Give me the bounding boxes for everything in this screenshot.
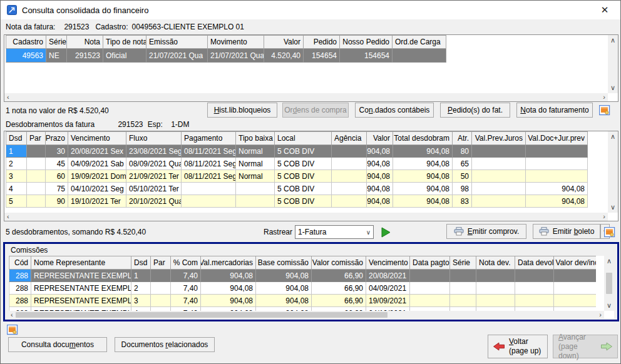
emitir-comprov-button[interactable]: Emitir comprov. bbox=[446, 224, 526, 239]
scroll-down-icon[interactable]: ∨ bbox=[610, 204, 615, 211]
comissoes-vertical-scrollbar[interactable]: ∧ ∨ bbox=[604, 256, 614, 311]
table-row[interactable]: 47504/10/2021 Seg05/10/2021 Ter5 COB DIV… bbox=[6, 183, 588, 195]
column-header[interactable]: Valor bbox=[264, 35, 304, 49]
pedidos-do-fat-button[interactable]: Pedido(s) do fat. bbox=[440, 103, 510, 118]
column-header[interactable]: Pedido bbox=[304, 35, 340, 49]
column-header[interactable]: Atr. bbox=[453, 131, 472, 145]
cell bbox=[151, 282, 171, 295]
column-header[interactable]: Nota dev. bbox=[476, 256, 515, 270]
scroll-right-icon[interactable]: › bbox=[599, 311, 602, 318]
cell bbox=[332, 195, 367, 208]
column-header[interactable]: Cadastro bbox=[6, 35, 46, 49]
column-header[interactable]: Vencimento bbox=[366, 256, 410, 270]
scroll-down-icon[interactable]: ∨ bbox=[607, 302, 612, 309]
table-row[interactable]: 288REPRESENTANTE EXEMPLO 0117,40904,0890… bbox=[9, 270, 596, 282]
cell bbox=[450, 295, 476, 307]
column-header[interactable]: Prazo bbox=[46, 131, 68, 145]
column-header[interactable]: Val.mercadorias bbox=[201, 256, 256, 270]
close-button[interactable]: ✕ bbox=[598, 3, 612, 17]
column-header[interactable]: Par bbox=[27, 131, 46, 145]
document-icon[interactable] bbox=[603, 226, 617, 238]
scroll-up-icon[interactable]: ∧ bbox=[607, 258, 612, 265]
scrollbar-track[interactable] bbox=[16, 312, 597, 318]
column-header[interactable]: Data devol bbox=[515, 256, 554, 270]
column-header[interactable]: Valor comissão bbox=[312, 256, 366, 270]
column-header[interactable]: Valor bbox=[367, 131, 393, 145]
scroll-left-icon[interactable]: ‹ bbox=[11, 311, 13, 318]
emitir-boleto-button[interactable]: Emitir boleto bbox=[533, 224, 600, 239]
column-header[interactable]: Cód bbox=[9, 256, 31, 270]
scroll-left-icon[interactable]: ‹ bbox=[7, 213, 9, 220]
rastrear-play-button[interactable] bbox=[379, 226, 393, 238]
esp-label: Esp: bbox=[148, 120, 163, 129]
column-header[interactable]: Total desdobram bbox=[393, 131, 453, 145]
consulta-documentos-button[interactable]: Consulta documentos bbox=[8, 337, 107, 352]
column-header[interactable]: Val.Prev.Juros bbox=[472, 131, 526, 145]
table-row[interactable]: 24504/09/2021 Sab08/09/2021 Qua08/11/202… bbox=[6, 158, 588, 170]
voltar-button[interactable]: Voltar (page up) bbox=[488, 335, 548, 358]
scroll-right-icon[interactable]: › bbox=[603, 213, 605, 220]
column-header[interactable]: Série bbox=[46, 35, 67, 49]
scrollbar-thumb[interactable] bbox=[16, 312, 387, 318]
column-header[interactable]: Val.Doc+Jur.prev bbox=[526, 131, 588, 145]
cell: 04/09/2021 bbox=[366, 282, 410, 295]
notas-vertical-scrollbar[interactable]: ∧ ∨ bbox=[608, 35, 618, 93]
table-row[interactable]: 59019/10/2021 Ter20/10/2021 Qua5 COB DIV… bbox=[6, 195, 588, 208]
column-header[interactable]: Tipo de nota bbox=[103, 35, 146, 49]
cell: Oficial bbox=[103, 49, 146, 63]
button-label: Emitir boleto bbox=[553, 227, 595, 236]
scroll-down-icon[interactable]: ∨ bbox=[610, 84, 615, 91]
table-row[interactable]: 288REPRESENTANTE EXEMPLO 0137,40904,0890… bbox=[9, 295, 596, 307]
scroll-up-icon[interactable]: ∧ bbox=[610, 133, 615, 140]
rastrear-select[interactable]: 1-Fatura ∨ bbox=[295, 225, 374, 239]
esp-value: 1-DM bbox=[171, 120, 189, 129]
comissoes-horizontal-scrollbar[interactable]: ‹ › bbox=[8, 311, 604, 318]
column-header[interactable]: Base comissão bbox=[256, 256, 312, 270]
document-icon[interactable] bbox=[6, 323, 19, 336]
column-header[interactable]: Série bbox=[450, 256, 476, 270]
desdobramentos-horizontal-scrollbar[interactable]: ‹ › bbox=[4, 213, 608, 221]
scroll-right-icon[interactable]: › bbox=[603, 94, 605, 101]
column-header[interactable]: Pagamento bbox=[182, 131, 236, 145]
table-row[interactable]: 13020/08/2021 Sex23/08/2021 Seg08/11/202… bbox=[6, 145, 588, 158]
column-header[interactable]: Data pagto bbox=[410, 256, 450, 270]
column-header[interactable]: % Com bbox=[171, 256, 201, 270]
column-header[interactable]: Movimento bbox=[208, 35, 264, 49]
column-header[interactable]: Emissão bbox=[146, 35, 208, 49]
con-dados-contabeis-button[interactable]: Con.dados contábeis bbox=[355, 103, 434, 118]
column-header[interactable]: Tipo baixa bbox=[236, 131, 275, 145]
document-icon-glyph bbox=[599, 105, 610, 116]
scroll-up-icon[interactable]: ∧ bbox=[610, 37, 615, 44]
column-header[interactable]: Nosso Pedido bbox=[340, 35, 393, 49]
nota-do-faturamento-button[interactable]: Nota do faturamento bbox=[516, 103, 593, 118]
cell bbox=[476, 295, 515, 307]
column-header[interactable]: Nota bbox=[67, 35, 103, 49]
cell: 75 bbox=[46, 183, 68, 195]
table-row[interactable]: 288REPRESENTANTE EXEMPLO 0127,40904,0890… bbox=[9, 282, 596, 295]
cell: 5 COB DIV bbox=[275, 195, 332, 208]
column-header[interactable]: Valor dev/inc bbox=[554, 256, 596, 270]
notas-horizontal-scrollbar[interactable]: ‹ › bbox=[4, 93, 608, 101]
column-header[interactable]: Vencimento bbox=[68, 131, 126, 145]
column-header[interactable]: Nome Representante bbox=[31, 256, 131, 270]
hist-lib-bloqueios-button[interactable]: Hist.lib.bloqueios bbox=[207, 103, 277, 118]
cell: 1 bbox=[131, 270, 151, 282]
column-header[interactable]: Fluxo bbox=[126, 131, 182, 145]
cell: 3 bbox=[131, 295, 151, 307]
column-header[interactable]: Par bbox=[151, 256, 171, 270]
column-header[interactable]: Dsd bbox=[6, 131, 27, 145]
column-header[interactable]: Local bbox=[275, 131, 332, 145]
table-row[interactable]: 36019/09/2021 Dom21/09/2021 Ter08/11/202… bbox=[6, 170, 588, 183]
scrollbar-thumb[interactable] bbox=[606, 273, 612, 294]
column-header[interactable]: Dsd bbox=[131, 256, 151, 270]
document-icon[interactable] bbox=[598, 104, 612, 116]
documentos-relacionados-button[interactable]: Documentos relacionados bbox=[115, 337, 215, 352]
column-header[interactable]: Ord.de Carga bbox=[393, 35, 446, 49]
scroll-left-icon[interactable]: ‹ bbox=[7, 94, 9, 101]
cell bbox=[472, 170, 526, 183]
cell bbox=[27, 170, 46, 183]
column-header[interactable]: Agência bbox=[332, 131, 367, 145]
desdobramentos-vertical-scrollbar[interactable]: ∧ ∨ bbox=[608, 131, 618, 213]
cell: 19/09/2021 bbox=[366, 295, 410, 307]
table-row[interactable]: 49563NE291523Oficial21/07/2021 Qua21/07/… bbox=[6, 49, 446, 63]
